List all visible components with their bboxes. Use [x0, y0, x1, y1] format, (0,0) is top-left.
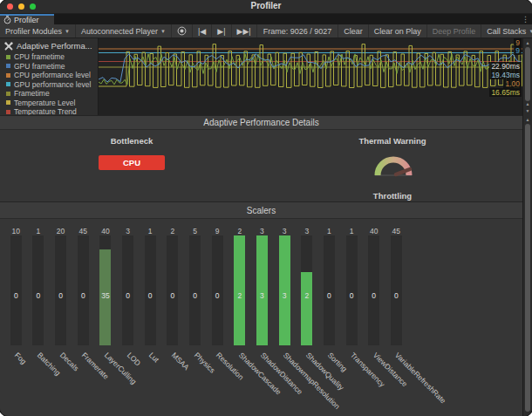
legend-label: Temperature Level [14, 99, 75, 107]
legend-label: GPU performance level [14, 80, 91, 89]
legend-item[interactable]: Frametime [0, 89, 98, 99]
legend-swatch [6, 55, 10, 59]
target-player-dropdown[interactable]: Autoconnected Player ▼ [76, 24, 172, 38]
scaler-max-level: 40 [94, 227, 117, 235]
chart-value-badge: 16.65ms [489, 88, 522, 97]
tab-bar: Profiler ⋮ [0, 14, 532, 24]
scaler-max-level: 1 [27, 227, 50, 235]
scaler-bar [189, 235, 201, 345]
scaler-bar [368, 235, 379, 345]
scaler-max-level: 1 [139, 227, 161, 235]
scaler-name-label: Physics [192, 351, 216, 375]
main-scrollbar[interactable]: ▲ [522, 115, 532, 416]
chevron-down-icon: ▼ [160, 29, 166, 34]
scaler-current-level: 0 [161, 291, 184, 300]
module-title: Adaptive Performa... [17, 41, 92, 51]
scaler-name-label: LOD [125, 351, 141, 367]
tab-label: Profiler [14, 16, 39, 24]
scaler-max-level: 20 [50, 227, 72, 235]
module-header[interactable]: Adaptive Performa... [0, 38, 98, 52]
call-stacks-dropdown[interactable]: Call Stacks ▼ [481, 24, 532, 38]
scaler-bar [324, 235, 335, 345]
scaler-bar [99, 235, 111, 345]
scroll-up-icon[interactable]: ▲ [523, 39, 532, 46]
scroll-up-icon[interactable]: ▲ [523, 116, 532, 123]
legend-item[interactable]: Temperature Trend [0, 107, 98, 115]
scaler-bar [122, 235, 133, 345]
call-stacks-label: Call Stacks [487, 27, 526, 36]
profiler-modules-dropdown[interactable]: Profiler Modules ▼ [0, 24, 76, 38]
bottleneck-indicator: CPU [99, 155, 165, 170]
scaler-bar [10, 235, 22, 345]
legend-item[interactable]: CPU frametime [0, 52, 98, 62]
legend-item[interactable]: Temperature Level [0, 99, 98, 108]
scaler-current-level: 0 [340, 291, 363, 300]
scaler-max-level: 10 [4, 227, 27, 235]
scaler-max-level: 3 [250, 227, 273, 235]
chevron-down-icon: ▼ [65, 29, 70, 34]
main-scrollbar-thumb[interactable] [525, 124, 530, 412]
scaler-current-level: 0 [206, 291, 228, 300]
scaler-current-level: 0 [72, 291, 94, 300]
scaler-max-level: 2 [161, 227, 184, 235]
scaler-max-level: 9 [206, 227, 228, 235]
previous-frame-button[interactable]: |◀ [193, 24, 212, 38]
details-body: Bottleneck CPU Thermal Warning Throttlin… [0, 130, 522, 201]
legend-label: Frametime [14, 89, 50, 98]
current-frame-icon: ▶▶| [237, 27, 251, 36]
scaler-bar [346, 235, 358, 345]
clear-on-play-button[interactable]: Clear on Play [369, 24, 427, 38]
scaler-name-label: Fog [13, 351, 28, 365]
chart-value-badge: 19.43ms [489, 71, 522, 79]
scaler-max-level: 2 [228, 227, 251, 235]
clear-label: Clear [344, 27, 363, 36]
record-icon [177, 26, 187, 36]
scroll-up-icon[interactable]: ▲ [523, 100, 532, 107]
scaler-bar-fill [301, 272, 312, 345]
current-frame-button[interactable]: ▶▶| [232, 24, 257, 38]
scaler-max-level: 40 [363, 227, 385, 235]
frame-counter: Frame: 9026 / 9027 [257, 24, 339, 38]
record-button[interactable] [172, 24, 193, 38]
scroll-down-icon[interactable]: ▼ [523, 107, 532, 114]
scaler-bar [279, 235, 290, 345]
titlebar: Profiler [0, 0, 532, 14]
scaler-max-level: 3 [296, 227, 318, 235]
legend-swatch [6, 82, 10, 86]
tab-profiler[interactable]: Profiler [0, 14, 54, 24]
legend-label: CPU performance level [14, 71, 91, 79]
legend-label: CPU frametime [14, 52, 65, 61]
legend-swatch [6, 73, 10, 78]
scaler-current-level: 3 [273, 291, 296, 300]
profiler-timeline-chart[interactable]: 9922.90ms19.43ms1.0016.65ms [99, 38, 522, 115]
thermal-warning-label: Thermal Warning [344, 136, 441, 146]
chart-scrollbar[interactable]: ▲ ▲ ▼ [522, 38, 532, 115]
legend-item[interactable]: GPU frametime [0, 62, 98, 72]
tab-menu-icon[interactable]: ⋮ [522, 14, 529, 24]
scaler-bar [391, 235, 402, 345]
scaler-max-level: 5 [184, 227, 207, 235]
timeline-series [99, 44, 522, 88]
chart-scrollbar-thumb[interactable] [525, 47, 530, 101]
next-frame-button[interactable]: ▶| [212, 24, 231, 38]
clear-button[interactable]: Clear [338, 24, 369, 38]
scaler-max-level: 1 [317, 227, 340, 235]
legend-item[interactable]: GPU performance level [0, 80, 98, 90]
deep-profile-button[interactable]: Deep Profile [427, 24, 482, 38]
scaler-current-level: 0 [139, 291, 161, 300]
legend-item[interactable]: CPU performance level [0, 71, 98, 80]
scaler-name-label: Lut [147, 351, 160, 364]
chart-value-badge: 1.00 [503, 79, 522, 88]
legend-swatch [6, 110, 10, 114]
scaler-bar [32, 235, 44, 345]
adaptive-performance-icon [4, 42, 13, 51]
scaler-bar [167, 235, 178, 345]
details-section-header: Adaptive Performance Details [0, 115, 522, 130]
scalers-section-header: Scalers [0, 201, 522, 219]
scaler-max-level: 3 [117, 227, 140, 235]
scaler-bar [78, 235, 89, 345]
legend-swatch [6, 100, 10, 105]
profiler-modules-label: Profiler Modules [5, 27, 62, 36]
scaler-bar [212, 235, 223, 345]
timeline-waveforms [99, 38, 522, 115]
